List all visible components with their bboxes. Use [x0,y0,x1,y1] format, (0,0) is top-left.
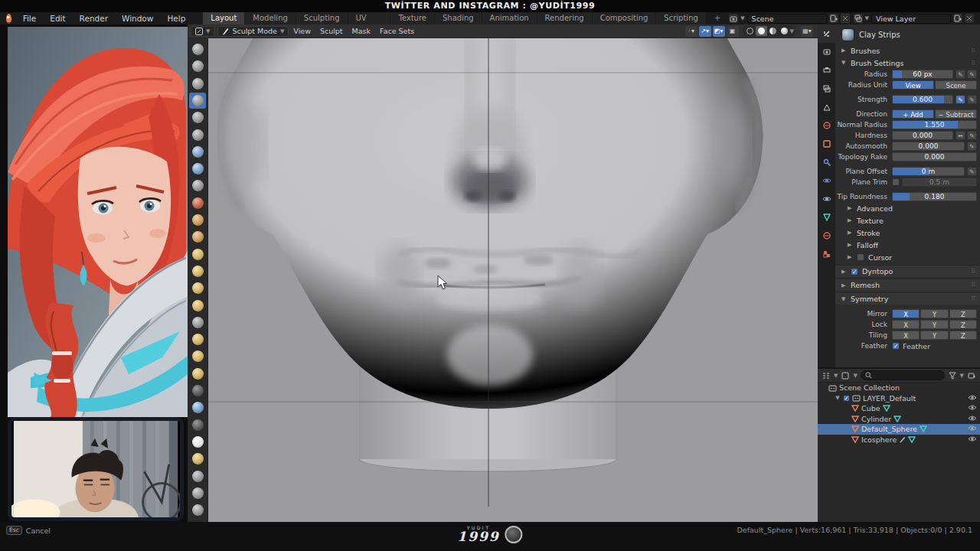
option-subtract[interactable]: − Subtract [935,109,977,119]
outliner-row-default_sphere[interactable]: Default_Sphere [818,424,980,435]
overlays-button[interactable]: ◩▾ [713,26,725,37]
properties-tab-render[interactable] [818,43,835,61]
tool-boundary[interactable] [189,434,206,450]
visibility-toggle[interactable] [968,415,977,423]
render-engine-button[interactable]: ▦▾ [801,26,813,37]
properties-tab-object-data[interactable] [818,208,835,227]
tool-draw-sharp[interactable] [189,58,206,74]
pressure-icon[interactable]: ✎ [967,142,977,151]
tool-pinch[interactable] [189,280,206,296]
workspace-tab-sculpting[interactable]: Sculpting [296,12,348,24]
pressure-icon[interactable]: ✎ [967,167,977,176]
tool-flatten[interactable] [189,212,206,228]
tool-smooth[interactable] [189,195,206,211]
new-collection-button[interactable] [967,371,976,380]
collection-checkbox[interactable]: ✓ [843,395,850,402]
outliner-display-mode-button[interactable] [822,371,831,380]
mode-dropdown[interactable]: Sculpt Mode ▼ [217,26,289,37]
visibility-toggle[interactable] [968,435,977,444]
properties-tab-physics[interactable] [818,171,835,190]
panel-symmetry[interactable]: ▼Symmetry⠿ [835,292,980,305]
viewport-menu-face-sets[interactable]: Face Sets [375,27,419,35]
tool-cloth[interactable] [189,451,206,467]
outliner-row-icosphere[interactable]: Icosphere [818,435,980,445]
axis-z-toggle[interactable]: Z [949,320,977,329]
menu-edit[interactable]: Edit [43,14,72,23]
properties-tab-texture[interactable] [818,245,835,263]
workspace-tab-uv-editing[interactable]: UV Editing [348,12,391,24]
panel-remesh[interactable]: ▶Remesh⠿ [835,279,980,291]
axis-z-toggle[interactable]: Z [949,331,977,340]
object-name[interactable]: Cube [861,404,880,412]
value-slider[interactable]: 0.5 m [902,178,977,187]
properties-tab-tool[interactable] [818,24,835,43]
tool-elastic-deform[interactable] [189,315,206,331]
view-layer-selector[interactable]: ▼ View Layer [854,14,974,24]
arrows-icon[interactable]: ↔ [956,131,965,140]
tool-rotate[interactable] [189,399,206,416]
panel-texture[interactable]: ▶Texture [835,214,980,227]
eye-icon[interactable] [968,394,977,401]
view-layer-name-field[interactable]: View Layer [871,14,951,24]
tool-thumb[interactable] [189,348,206,364]
option-add[interactable]: + Add [892,109,934,119]
shading-rendered-button[interactable] [779,26,790,36]
tool-blob[interactable] [189,161,206,177]
panel-stroke[interactable]: ▶Stroke [835,227,980,239]
xray-toggle-button[interactable]: ▣ [727,26,739,37]
remove-view-layer-icon[interactable] [965,14,974,23]
scene-name-field[interactable]: Scene [747,14,827,24]
panel-advanced[interactable]: ▶Advanced [835,202,980,214]
panel-brush-settings[interactable]: ▼Brush Settings⠿ [835,57,980,69]
tool-clay-thumb[interactable] [189,109,206,126]
outliner-row-scene-collection[interactable]: Scene Collection [818,383,980,393]
panel-cursor[interactable]: ▶Cursor [835,251,980,263]
workspace-tab-modeling[interactable]: Modeling [245,12,296,24]
outliner-row-cube[interactable]: Cube [818,403,980,414]
workspace-tab-scripting[interactable]: Scripting [656,12,706,24]
eye-icon[interactable] [968,425,977,432]
properties-tab-scene[interactable] [818,98,835,116]
tool-draw-face-sets[interactable] [189,502,206,518]
panel-checkbox[interactable]: ✓ [851,268,858,276]
eye-icon[interactable] [968,415,977,422]
workspace-tab-animation[interactable]: Animation [482,12,537,24]
plane-trim-checkbox[interactable] [892,178,900,186]
tool-multi-plane-scrape[interactable] [189,263,206,279]
axis-z-toggle[interactable]: Z [949,309,977,318]
pressure-icon-blue[interactable]: ✎ [956,95,965,104]
axis-x-toggle[interactable]: X [892,320,920,329]
workspace-tab-rendering[interactable]: Rendering [537,12,593,24]
outliner-filter-display-button[interactable] [841,371,850,380]
brush-falloff-icon[interactable]: ✎ [956,70,965,79]
tool-draw[interactable] [189,41,206,57]
value-slider[interactable]: 0.000 [892,142,965,151]
panel-dyntopo[interactable]: ▶✓Dyntopo⠿ [835,265,980,277]
outliner-row-cylinder[interactable]: Cylinder [818,414,980,425]
pressure-icon[interactable]: ✎ [967,95,977,104]
viewport-menu-mask[interactable]: Mask [348,27,375,35]
tool-inflate[interactable] [189,144,206,160]
properties-tab-world[interactable] [818,116,835,135]
object-name[interactable]: Icosphere [861,435,897,444]
feather-checkbox[interactable]: ✓ [892,342,900,350]
scene-selector[interactable]: ▼ Scene [729,14,849,24]
tool-snake-hook[interactable] [189,331,206,347]
outliner-row-layer_default[interactable]: ▼✓LAYER_Default [818,393,980,404]
brush-thumbnail-icon[interactable] [841,28,854,41]
unlink-scene-icon[interactable] [841,14,850,23]
value-slider[interactable]: 0.000 [892,131,953,140]
properties-tab-material[interactable] [818,227,835,245]
tool-nudge[interactable] [189,383,206,399]
menu-file[interactable]: File [16,14,44,23]
gizmos-button[interactable]: ↗▾ [699,26,711,37]
shading-material-preview-button[interactable] [767,26,779,36]
blender-logo-icon[interactable] [6,14,11,24]
viewport-menu-view[interactable]: View [289,27,315,35]
properties-tab-constraints[interactable] [818,190,835,208]
tool-grab[interactable] [189,298,206,314]
axis-y-toggle[interactable]: Y [920,320,948,329]
object-name[interactable]: LAYER_Default [863,394,916,403]
tool-slide-relax[interactable] [189,417,206,433]
object-name[interactable]: Default_Sphere [861,425,917,433]
